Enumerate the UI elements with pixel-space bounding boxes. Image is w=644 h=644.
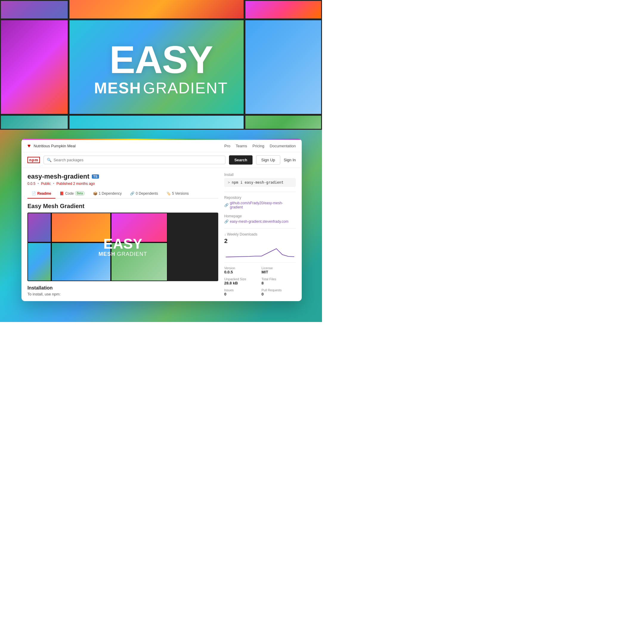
tab-dependents-label: 0 Dependents — [136, 191, 158, 196]
tab-dependents[interactable]: 🔗 0 Dependents — [126, 189, 162, 199]
tab-code-label: Code — [65, 191, 74, 196]
bg-cell-7 — [0, 115, 69, 130]
nav-link-teams[interactable]: Teams — [236, 144, 247, 148]
sidebar-stats-grid: Version 0.0.5 License MIT Unpacked Size … — [224, 266, 296, 296]
preview-cell-1 — [27, 213, 51, 242]
issues-label: Issues — [224, 288, 258, 292]
bg-cell-9 — [244, 115, 322, 130]
nav-link-pro[interactable]: Pro — [224, 144, 230, 148]
package-version: 0.0.5 — [27, 182, 35, 186]
package-published: Published 2 months ago — [56, 182, 95, 186]
preview-cell-3 — [111, 213, 168, 242]
package-tabs: 📄 Readme 📕 Code Beta 📦 1 Dependency 🔗 0 … — [27, 189, 218, 199]
homepage-link-icon: 🔗 — [224, 219, 229, 224]
tab-readme-label: Readme — [37, 191, 51, 196]
code-icon: 📕 — [60, 191, 64, 196]
version-value: 0.0.5 — [224, 270, 258, 274]
search-input-wrap[interactable]: 🔍 — [44, 156, 225, 164]
bg-cell-2 — [69, 0, 244, 19]
package-preview-image: EASY MESH GRADIENT — [27, 213, 218, 281]
bg-cell-1 — [0, 0, 69, 19]
sidebar-install-section: Install > npm i easy-mesh-gradient — [224, 173, 296, 187]
npm-nav: ♥ Nutritious Pumpkin Meal Pro Teams Pric… — [21, 140, 302, 152]
npm-main: easy-mesh-gradient TS 0.0.5 • Public • P… — [27, 173, 218, 296]
bg-cell-4 — [0, 19, 69, 115]
cmd-prompt: > — [228, 180, 230, 185]
weekly-downloads-chart — [224, 246, 296, 258]
homepage-link-text: easy-mesh-gradient.stevenfrady.com — [230, 219, 289, 224]
tab-code[interactable]: 📕 Code Beta — [55, 189, 89, 199]
install-command[interactable]: > npm i easy-mesh-gradient — [224, 178, 296, 187]
search-input[interactable] — [53, 158, 222, 162]
preview-cell-5 — [51, 242, 111, 281]
tab-dependencies[interactable]: 📦 1 Dependency — [89, 189, 126, 199]
dependents-icon: 🔗 — [130, 191, 134, 196]
readme-title: Easy Mesh Gradient — [27, 203, 218, 210]
stat-unpacked-size: Unpacked Size 28.8 kB — [224, 277, 258, 285]
unpacked-size-label: Unpacked Size — [224, 277, 258, 281]
weekly-downloads-label: ↓ Weekly Downloads — [224, 232, 296, 236]
bg-cell-3 — [244, 0, 322, 19]
repository-link-icon: 🔗 — [224, 203, 229, 207]
license-value: MIT — [261, 270, 296, 274]
license-label: License — [261, 266, 296, 270]
version-label: Version — [224, 266, 258, 270]
search-icon: 🔍 — [47, 158, 52, 162]
stat-version: Version 0.0.5 — [224, 266, 258, 274]
total-files-value: 8 — [261, 281, 296, 285]
npm-sidebar: Install > npm i easy-mesh-gradient Repos… — [224, 173, 296, 296]
readme-icon: 📄 — [32, 191, 36, 196]
divider-1 — [224, 192, 296, 192]
homepage-label: Homepage — [224, 214, 296, 218]
bg-cell-6 — [244, 19, 322, 115]
npm-brand-name: Nutritious Pumpkin Meal — [34, 144, 76, 148]
search-button[interactable]: Search — [229, 155, 253, 165]
stat-issues: Issues 0 — [224, 288, 258, 296]
sidebar-homepage-section: Homepage 🔗 easy-mesh-gradient.stevenfrad… — [224, 214, 296, 224]
npm-logo: npm — [27, 157, 40, 163]
signup-button[interactable]: Sign Up — [256, 155, 280, 165]
chart-svg — [224, 246, 296, 258]
nav-link-documentation[interactable]: Documentation — [270, 144, 296, 148]
tab-versions-label: 5 Versions — [172, 191, 189, 196]
unpacked-size-value: 28.8 kB — [224, 281, 258, 285]
heart-icon: ♥ — [27, 143, 31, 149]
dependency-icon: 📦 — [93, 191, 97, 196]
typescript-badge: TS — [92, 174, 99, 179]
tab-versions[interactable]: 🏷️ 5 Versions — [162, 189, 193, 199]
repository-label: Repository — [224, 196, 296, 200]
issues-value: 0 — [224, 292, 258, 296]
pull-requests-label: Pull Requests — [261, 288, 296, 292]
divider-2 — [224, 228, 296, 229]
sidebar-repository-section: Repository 🔗 github.com/sFrady20/easy-me… — [224, 196, 296, 209]
signin-button[interactable]: Sign In — [284, 158, 296, 162]
repository-link[interactable]: 🔗 github.com/sFrady20/easy-mesh-gradient — [224, 201, 296, 209]
package-meta: 0.0.5 • Public • Published 2 months ago — [27, 182, 218, 186]
pull-requests-value: 0 — [261, 292, 296, 296]
package-visibility: Public — [41, 182, 51, 186]
installation-title: Installation — [27, 285, 218, 291]
tab-deps-label: 1 Dependency — [99, 191, 122, 196]
nav-link-pricing[interactable]: Pricing — [253, 144, 264, 148]
package-name: easy-mesh-gradient — [27, 173, 89, 180]
npm-nav-left: ♥ Nutritious Pumpkin Meal — [27, 143, 76, 149]
repository-link-text: github.com/sFrady20/easy-mesh-gradient — [230, 201, 296, 209]
installation-description: To install, use npm: — [27, 292, 218, 296]
stat-pull-requests: Pull Requests 0 — [261, 288, 296, 296]
npm-card: ♥ Nutritious Pumpkin Meal Pro Teams Pric… — [21, 139, 302, 301]
tab-readme[interactable]: 📄 Readme — [27, 189, 55, 199]
total-files-label: Total Files — [261, 277, 296, 281]
stat-license: License MIT — [261, 266, 296, 274]
npm-content: easy-mesh-gradient TS 0.0.5 • Public • P… — [21, 168, 302, 301]
preview-cell-4 — [27, 242, 51, 281]
bg-cell-8 — [69, 115, 244, 130]
homepage-link[interactable]: 🔗 easy-mesh-gradient.stevenfrady.com — [224, 219, 296, 224]
preview-cell-6 — [111, 242, 168, 281]
preview-cell-2 — [51, 213, 111, 242]
sidebar-downloads-section: ↓ Weekly Downloads 2 — [224, 232, 296, 258]
divider-3 — [224, 262, 296, 263]
beta-badge: Beta — [75, 191, 85, 196]
npm-search-bar: npm 🔍 Search Sign Up Sign In — [21, 152, 302, 168]
package-title-row: easy-mesh-gradient TS — [27, 173, 218, 180]
npm-nav-right: Pro Teams Pricing Documentation — [224, 144, 296, 148]
